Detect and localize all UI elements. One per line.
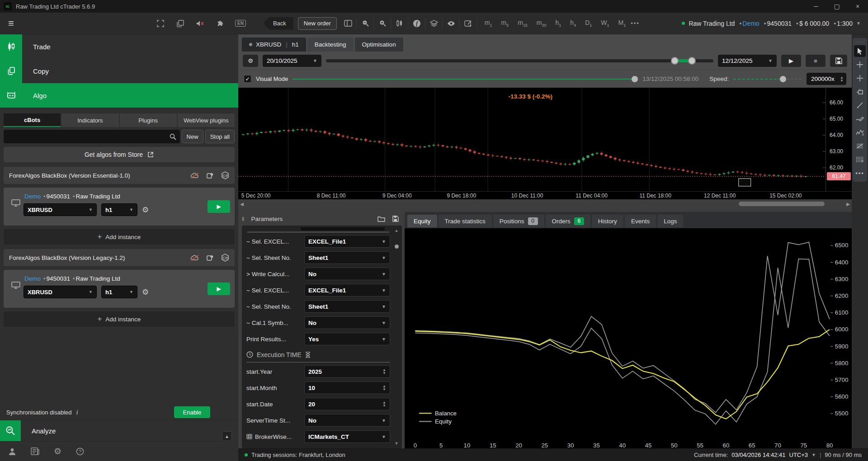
language-icon[interactable]: EN <box>235 20 246 27</box>
save-parameters-disk-icon[interactable] <box>392 216 399 222</box>
time-axis[interactable]: 5 Dec 20:008 Dec 11:009 Dec 04:009 Dec 1… <box>238 191 852 199</box>
enable-sync-button[interactable]: Enable <box>174 406 210 418</box>
spin-down-icon[interactable]: ▼ <box>840 79 844 82</box>
freehand-draw-icon[interactable] <box>854 113 866 125</box>
chart-type-candles-icon[interactable] <box>395 18 408 29</box>
end-date-select[interactable]: 12/12/2025▼ <box>718 55 777 67</box>
parameter-stepper[interactable]: 10▲▼ <box>304 381 390 394</box>
tab-events[interactable]: Events <box>625 215 656 227</box>
backtest-progress-bar[interactable] <box>292 76 638 82</box>
crosshair-target-icon[interactable] <box>854 72 866 84</box>
tab-indicators[interactable]: Indicators <box>61 113 118 127</box>
date-range-slider[interactable] <box>326 55 713 67</box>
save-backtest-button[interactable] <box>830 55 847 67</box>
start-cbot-button[interactable]: ▶ <box>208 282 230 295</box>
parameter-stepper[interactable]: 20▲▼ <box>304 398 390 410</box>
load-parameters-folder-icon[interactable] <box>377 216 385 222</box>
backtest-settings-gear-icon[interactable]: ⚙ <box>243 55 258 67</box>
tab-instrument[interactable]: XBRUSD | h1 <box>242 38 306 52</box>
play-backtest-button[interactable]: ▶ <box>781 55 801 67</box>
sidebar-item-analyze[interactable]: Analyze <box>0 420 238 441</box>
start-cbot-button[interactable]: ▶ <box>208 200 230 213</box>
csharp-source-icon[interactable]: C# <box>221 171 229 179</box>
scroll-down-icon[interactable]: ▼ <box>395 441 399 446</box>
start-date-select[interactable]: 20/10/2025▼ <box>263 55 321 67</box>
account-selector[interactable]: Raw Trading Ltd Demo 9450031 $ 6 000.00 … <box>682 20 861 27</box>
zoom-in-icon[interactable] <box>377 18 391 29</box>
scroll-thumb[interactable] <box>395 245 399 249</box>
timeframe-button-m30[interactable]: m30 <box>533 18 550 28</box>
cbot-row[interactable]: ForexAlgos BlackBox (Version Essential-1… <box>4 167 235 184</box>
instance-settings-gear-icon[interactable]: ⚙ <box>142 205 149 215</box>
pointer-icon[interactable] <box>854 45 866 57</box>
search-input[interactable] <box>4 130 180 143</box>
help-icon[interactable]: ? <box>76 447 84 456</box>
new-cbot-button[interactable]: New <box>182 130 203 143</box>
timeframe-button-D1[interactable]: D1 <box>582 18 595 28</box>
stop-all-button[interactable]: Stop all <box>205 130 235 143</box>
panel-grip-icon[interactable]: ‖ <box>242 216 245 222</box>
stop-backtest-button[interactable]: ■ <box>806 55 826 67</box>
sidebar-item-copy[interactable]: Copy <box>0 59 238 83</box>
add-instance-button[interactable]: + Add instance <box>4 311 235 327</box>
more-icon[interactable]: ••• <box>854 167 866 179</box>
timeframe-button-h4[interactable]: h4 <box>567 18 579 28</box>
close-button[interactable]: × <box>847 0 868 13</box>
scroll-up-icon[interactable]: ▲ <box>395 228 399 233</box>
sidebar-item-algo[interactable]: Algo <box>0 83 238 108</box>
progress-handle[interactable] <box>632 76 638 82</box>
equity-chart[interactable]: 6500 6400 6300 6200 6100 6000 5900 5800 … <box>405 228 852 450</box>
sound-muted-icon[interactable] <box>195 19 205 28</box>
search-field[interactable] <box>7 133 170 140</box>
timeframe-button-h1[interactable]: h1 <box>552 18 565 28</box>
settings-gear-icon[interactable]: ⚙ <box>54 446 61 456</box>
chart-horizontal-scrollbar[interactable]: ◀ ▶ <box>238 199 852 208</box>
timeframe-button-m1[interactable]: m1 <box>481 18 495 28</box>
timeframe-button-M1[interactable]: M1 <box>615 18 629 28</box>
timeframe-select[interactable]: h1▼ <box>101 203 137 216</box>
profile-icon[interactable] <box>8 447 16 456</box>
more-timeframes-icon[interactable]: ••• <box>631 20 640 27</box>
elliott-wave-icon[interactable]: E <box>854 127 866 138</box>
panel-drag-handle[interactable]: ::::::: <box>854 40 866 43</box>
scrollbar-thumb[interactable] <box>739 202 825 206</box>
visual-mode-checkbox[interactable]: ✓ <box>244 75 251 83</box>
cbot-row[interactable]: ForexAlgos BlackBox (Version Legacy-1.2)… <box>4 249 235 266</box>
plugins-puzzle-icon[interactable] <box>215 19 225 28</box>
parameter-select[interactable]: Sheet1▼ <box>304 300 390 313</box>
indicators-f-icon[interactable]: f <box>412 18 425 29</box>
info-icon[interactable]: i <box>76 409 78 416</box>
parameter-select[interactable]: EXCEL_File1▼ <box>304 284 390 296</box>
zoom-out-icon[interactable] <box>360 18 374 29</box>
chart-objects-icon[interactable] <box>463 18 477 29</box>
tab-orders[interactable]: Orders6 <box>546 215 590 227</box>
tab-equity[interactable]: Equity <box>407 215 437 227</box>
share-icon[interactable] <box>207 254 214 261</box>
tab-plugins[interactable]: Plugins <box>120 113 177 127</box>
speed-handle[interactable] <box>780 76 786 82</box>
timeframe-select[interactable]: h1▼ <box>101 286 137 298</box>
range-handle-end[interactable] <box>688 57 696 65</box>
get-algos-store-button[interactable]: Get algos from Store <box>4 147 235 162</box>
speed-slider[interactable] <box>733 76 802 82</box>
parameter-select[interactable]: EXCEL_File1▼ <box>304 235 390 248</box>
new-order-button[interactable]: New order <box>298 17 337 30</box>
parameter-select[interactable]: No▼ <box>304 268 390 280</box>
parameter-select[interactable]: Sheet1▼ <box>304 251 390 264</box>
tab-optimisation[interactable]: Optimisation <box>355 38 403 52</box>
visibility-eye-icon[interactable] <box>446 18 460 29</box>
instance-settings-gear-icon[interactable]: ⚙ <box>142 287 149 297</box>
symbol-select[interactable]: XBRUSD▼ <box>24 203 97 216</box>
timeframe-button-W1[interactable]: W1 <box>598 18 612 28</box>
workspace-windows-icon[interactable] <box>175 19 185 28</box>
layers-icon[interactable] <box>429 18 443 29</box>
parameter-select[interactable]: ICMarkets_CT▼ <box>304 430 390 443</box>
tab-history[interactable]: History <box>592 215 623 227</box>
timeframe-button-m15[interactable]: m15 <box>514 18 531 28</box>
range-handle-start[interactable] <box>671 57 679 65</box>
timeframe-button-m5[interactable]: m5 <box>498 18 512 28</box>
sidebar-item-trade[interactable]: Trade <box>0 34 238 59</box>
scroll-left-icon[interactable]: ◀ <box>238 202 245 207</box>
fullscreen-icon[interactable] <box>156 19 165 28</box>
price-axis[interactable]: 66.0065.0064.0063.0062.0061.47 <box>826 88 852 191</box>
